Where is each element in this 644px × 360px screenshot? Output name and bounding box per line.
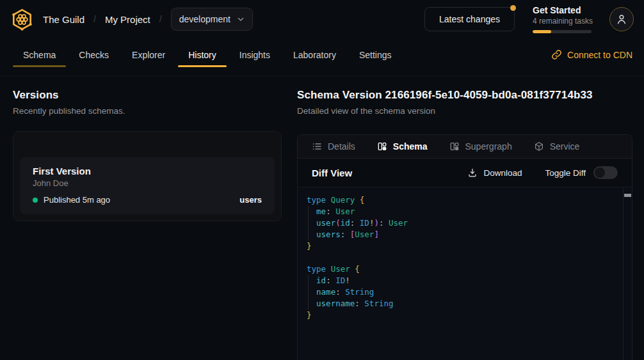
breadcrumb-separator: / xyxy=(93,14,96,24)
detail-tab-bar: Details Schema xyxy=(298,135,632,159)
nav-tab-history[interactable]: History xyxy=(177,43,228,75)
breadcrumb-separator: / xyxy=(159,14,162,24)
nav-tab-label: Settings xyxy=(359,50,392,60)
nav-tab-label: Explorer xyxy=(132,50,165,60)
indent-guide xyxy=(308,229,309,240)
versions-list-card: First Version John Doe Published 5m ago … xyxy=(13,131,282,221)
tab-service[interactable]: Service xyxy=(534,141,580,152)
code-line: users: [User] xyxy=(307,229,620,240)
version-name: First Version xyxy=(33,166,262,176)
code-line xyxy=(307,252,620,263)
version-status: Published 5m ago xyxy=(33,195,110,205)
main-content: Versions Recently published schemas. Fir… xyxy=(0,76,644,360)
indent-guide xyxy=(308,286,309,298)
code-scrollbar[interactable] xyxy=(623,187,632,360)
chevron-down-icon xyxy=(237,15,245,23)
version-list-item[interactable]: First Version John Doe Published 5m ago … xyxy=(20,157,275,214)
indent-guide xyxy=(308,298,309,309)
nav-tab-checks[interactable]: Checks xyxy=(67,43,120,75)
get-started-progress-bar xyxy=(533,30,592,33)
person-icon xyxy=(615,13,628,26)
cube-icon xyxy=(534,141,544,152)
hive-logo-icon[interactable] xyxy=(10,8,34,31)
toggle-knob xyxy=(595,168,605,178)
nav-tab-explorer[interactable]: Explorer xyxy=(120,43,177,75)
panels-icon xyxy=(377,141,387,152)
nav-tab-settings[interactable]: Settings xyxy=(348,43,403,75)
code-line: name: String xyxy=(307,286,620,298)
nav-tab-label: History xyxy=(188,50,216,60)
download-button[interactable]: Download xyxy=(467,168,522,178)
latest-changes-label: Latest changes xyxy=(439,14,500,24)
tab-details[interactable]: Details xyxy=(312,141,355,152)
version-author: John Doe xyxy=(33,178,262,188)
diff-view-title: Diff View xyxy=(312,168,352,178)
tab-label: Supergraph xyxy=(465,141,512,152)
versions-title: Versions xyxy=(13,89,282,102)
version-service-badge: users xyxy=(239,195,262,205)
breadcrumb-project[interactable]: My Project xyxy=(105,14,150,25)
code-line: id: ID! xyxy=(307,275,620,286)
code-line: } xyxy=(307,240,620,252)
tab-supergraph[interactable]: Supergraph xyxy=(449,141,512,152)
link-icon xyxy=(551,49,562,60)
latest-changes-button[interactable]: Latest changes xyxy=(424,7,515,31)
code-line: } xyxy=(307,309,620,321)
indent-guide xyxy=(308,275,309,286)
tab-label: Schema xyxy=(393,141,428,152)
nav-tab-insights[interactable]: Insights xyxy=(228,43,282,75)
panels-icon xyxy=(449,141,460,152)
schema-version-title: Schema Version 2166196f-5e10-4059-bd0a-0… xyxy=(297,89,632,102)
connect-to-cdn-label: Connect to CDN xyxy=(567,50,632,60)
code-line: me: User xyxy=(307,206,620,217)
schema-version-subtitle: Detailed view of the schema version xyxy=(297,106,632,116)
indent-guide xyxy=(308,217,309,229)
nav-tab-schema[interactable]: Schema xyxy=(12,43,67,75)
code-scrollbar-thumb[interactable] xyxy=(624,194,631,197)
main-nav: Schema Checks Explorer History Insights … xyxy=(0,38,644,76)
schema-code-viewer[interactable]: type Query { me: User user(id: ID!): Use… xyxy=(298,187,632,360)
tab-label: Details xyxy=(328,141,355,152)
breadcrumb-org[interactable]: The Guild xyxy=(43,14,85,25)
code-line: type Query { xyxy=(307,194,620,206)
toggle-diff-label: Toggle Diff xyxy=(545,168,586,178)
nav-tab-label: Laboratory xyxy=(293,50,336,60)
tab-schema[interactable]: Schema xyxy=(377,141,428,152)
get-started-progress-fill xyxy=(533,30,551,33)
download-label: Download xyxy=(483,168,522,178)
tab-label: Service xyxy=(550,141,580,152)
versions-subtitle: Recently published schemas. xyxy=(13,106,282,116)
version-status-text: Published 5m ago xyxy=(44,195,110,205)
nav-tab-label: Schema xyxy=(23,50,56,60)
code-line: username: String xyxy=(307,298,620,309)
schema-version-panel: Schema Version 2166196f-5e10-4059-bd0a-0… xyxy=(297,89,632,360)
top-header: The Guild / My Project / development Lat… xyxy=(0,0,644,38)
environment-selector-value: development xyxy=(179,14,230,24)
get-started-subtitle: 4 remaining tasks xyxy=(533,17,592,26)
nav-tab-label: Insights xyxy=(239,50,270,60)
published-dot-icon xyxy=(33,198,38,203)
nav-tab-label: Checks xyxy=(79,50,109,60)
code-line: user(id: ID!): User xyxy=(307,217,620,229)
schema-version-detail-box: Details Schema xyxy=(297,134,632,360)
notification-dot xyxy=(510,5,516,11)
download-icon xyxy=(467,168,478,178)
connect-to-cdn-link[interactable]: Connect to CDN xyxy=(551,49,632,75)
code-block: type Query { me: User user(id: ID!): Use… xyxy=(307,194,620,321)
get-started-widget[interactable]: Get Started 4 remaining tasks xyxy=(533,5,592,33)
user-avatar[interactable] xyxy=(609,7,634,31)
get-started-title: Get Started xyxy=(533,5,592,15)
environment-selector[interactable]: development xyxy=(171,8,253,31)
toggle-diff-switch[interactable] xyxy=(593,166,618,179)
list-icon xyxy=(312,141,322,152)
versions-panel: Versions Recently published schemas. Fir… xyxy=(13,89,282,360)
indent-guide xyxy=(308,206,309,217)
nav-tab-laboratory[interactable]: Laboratory xyxy=(282,43,348,75)
code-line: type User { xyxy=(307,263,620,275)
diff-view-bar: Diff View Download Toggle Diff xyxy=(298,159,632,187)
